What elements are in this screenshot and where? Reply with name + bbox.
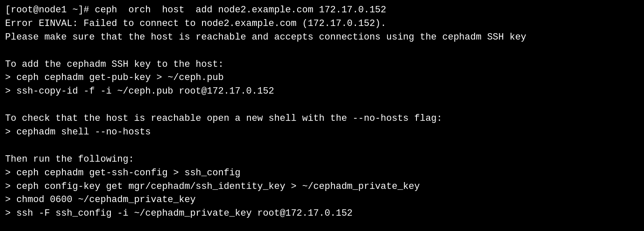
terminal-line-cmd1: [root@node1 ~]# ceph orch host add node2…	[5, 3, 639, 17]
terminal-line-blank3	[5, 139, 639, 153]
terminal-line-cmd4: > cephadm shell --no-hosts	[5, 125, 639, 139]
terminal-line-cmd2: > ceph cephadm get-pub-key > ~/ceph.pub	[5, 71, 639, 85]
terminal-line-cmd5: > ceph cephadm get-ssh-config > ssh_conf…	[5, 166, 639, 180]
terminal-line-err1: Error EINVAL: Failed to connect to node2…	[5, 17, 639, 31]
terminal-window[interactable]: [root@node1 ~]# ceph orch host add node2…	[5, 3, 639, 228]
terminal-line-info2: To check that the host is reachable open…	[5, 112, 639, 125]
terminal-line-info1: To add the cephadm SSH key to the host:	[5, 58, 639, 71]
terminal-line-info3: Then run the following:	[5, 153, 639, 166]
terminal-line-blank1	[5, 44, 639, 58]
terminal-line-cmd6: > ceph config-key get mgr/cephadm/ssh_id…	[5, 180, 639, 194]
terminal-line-cmd8: > ssh -F ssh_config -i ~/cephadm_private…	[5, 207, 639, 220]
terminal-line-prompt: [root@node1 ~]#	[5, 220, 639, 231]
terminal-line-cmd3: > ssh-copy-id -f -i ~/ceph.pub root@172.…	[5, 85, 639, 98]
terminal-line-err2: Please make sure that the host is reacha…	[5, 31, 639, 44]
terminal-line-blank2	[5, 98, 639, 112]
terminal-line-cmd7: > chmod 0600 ~/cephadm_private_key	[5, 193, 639, 207]
